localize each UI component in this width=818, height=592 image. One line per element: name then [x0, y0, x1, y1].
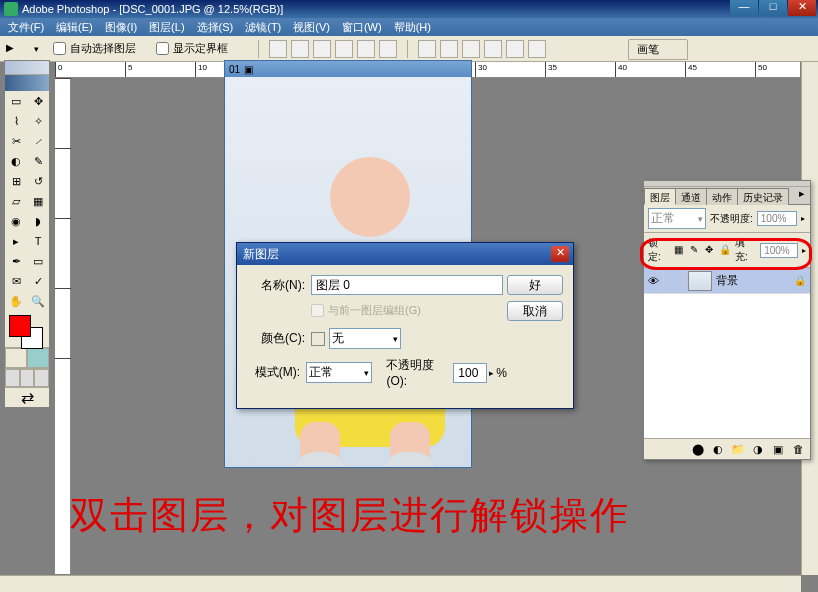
distribute-icon[interactable]: [528, 40, 546, 58]
lasso-tool-icon[interactable]: ⌇: [5, 111, 27, 131]
distribute-icon[interactable]: [484, 40, 502, 58]
tab-history[interactable]: 历史记录: [737, 188, 789, 205]
scrollbar-horizontal[interactable]: [0, 575, 801, 592]
menu-image[interactable]: 图像(I): [99, 18, 143, 37]
tab-channels[interactable]: 通道: [675, 188, 707, 205]
pen-tool-icon[interactable]: ✒: [5, 251, 27, 271]
fill-value[interactable]: 100%: [760, 243, 798, 258]
adjustment-layer-icon[interactable]: ◑: [750, 442, 766, 458]
opacity-label: 不透明度:: [710, 212, 753, 226]
brush-tool-icon[interactable]: ✎: [27, 151, 49, 171]
eyedropper-tool-icon[interactable]: ✓: [27, 271, 49, 291]
layer-name-label: 背景: [716, 273, 794, 288]
color-swatches: [5, 311, 49, 347]
lock-pixels-icon[interactable]: ✎: [688, 244, 699, 256]
jump-to-imageready-icon[interactable]: ⇄: [5, 387, 49, 407]
layer-set-icon[interactable]: 📁: [730, 442, 746, 458]
close-button[interactable]: ✕: [788, 0, 816, 16]
slice-tool-icon[interactable]: ⟋: [27, 131, 49, 151]
history-brush-tool-icon[interactable]: ↺: [27, 171, 49, 191]
shape-tool-icon[interactable]: ▭: [27, 251, 49, 271]
path-selection-tool-icon[interactable]: ▸: [5, 231, 27, 251]
new-layer-icon[interactable]: ▣: [770, 442, 786, 458]
menu-filter[interactable]: 滤镜(T): [239, 18, 287, 37]
blend-mode-select[interactable]: 正常: [648, 208, 706, 229]
clone-stamp-tool-icon[interactable]: ⊞: [5, 171, 27, 191]
align-icon[interactable]: [335, 40, 353, 58]
distribute-icon[interactable]: [506, 40, 524, 58]
distribute-icon[interactable]: [440, 40, 458, 58]
screen-mode-icon[interactable]: [20, 369, 35, 387]
gradient-tool-icon[interactable]: ▦: [27, 191, 49, 211]
layer-effects-icon[interactable]: ⬤: [690, 442, 706, 458]
lock-transparent-icon[interactable]: ▦: [673, 244, 684, 256]
link-column[interactable]: [664, 268, 684, 293]
blur-tool-icon[interactable]: ◉: [5, 211, 27, 231]
notes-tool-icon[interactable]: ✉: [5, 271, 27, 291]
visibility-icon[interactable]: 👁: [644, 268, 664, 293]
color-select[interactable]: 无: [329, 328, 401, 349]
toolbox-logo: [5, 75, 49, 91]
lock-all-icon[interactable]: 🔒: [719, 244, 731, 256]
layer-thumbnail[interactable]: [688, 271, 712, 291]
hand-tool-icon[interactable]: ✋: [5, 291, 27, 311]
menu-layer[interactable]: 图层(L): [143, 18, 190, 37]
menu-help[interactable]: 帮助(H): [388, 18, 437, 37]
fill-label: 填充:: [735, 236, 756, 264]
type-tool-icon[interactable]: T: [27, 231, 49, 251]
new-layer-dialog: 新图层 ✕ 名称(N): 与前一图层编组(G) 颜色(C): 无: [236, 242, 574, 409]
distribute-icon[interactable]: [418, 40, 436, 58]
maximize-button[interactable]: □: [759, 0, 787, 16]
document-titlebar[interactable]: 01 ▣: [225, 61, 471, 77]
name-input[interactable]: [311, 275, 503, 295]
ok-button[interactable]: 好: [507, 275, 563, 295]
move-tool-icon[interactable]: ✥: [27, 91, 49, 111]
align-icon[interactable]: [357, 40, 375, 58]
dodge-tool-icon[interactable]: ◗: [27, 211, 49, 231]
opacity-input[interactable]: [453, 363, 487, 383]
healing-brush-tool-icon[interactable]: ◐: [5, 151, 27, 171]
minimize-button[interactable]: —: [730, 0, 758, 16]
app-icon: [4, 2, 18, 16]
crop-tool-icon[interactable]: ✂: [5, 131, 27, 151]
distribute-icon[interactable]: [462, 40, 480, 58]
cancel-button[interactable]: 取消: [507, 301, 563, 321]
dialog-close-button[interactable]: ✕: [551, 246, 569, 262]
standard-mode-icon[interactable]: [5, 348, 27, 368]
brush-panel-tab[interactable]: 画笔: [628, 39, 688, 60]
tab-actions[interactable]: 动作: [706, 188, 738, 205]
menu-window[interactable]: 窗口(W): [336, 18, 388, 37]
eraser-tool-icon[interactable]: ▱: [5, 191, 27, 211]
align-icon[interactable]: [291, 40, 309, 58]
tab-layers[interactable]: 图层: [644, 188, 676, 205]
menu-select[interactable]: 选择(S): [191, 18, 240, 37]
panel-menu-icon[interactable]: ▸: [794, 187, 810, 204]
toolbox: ▭ ✥ ⌇ ✧ ✂ ⟋ ◐ ✎ ⊞ ↺ ▱ ▦ ◉ ◗ ▸ T ✒ ▭ ✉ ✓ …: [4, 60, 50, 408]
foreground-color-swatch[interactable]: [9, 315, 31, 337]
align-icon[interactable]: [379, 40, 397, 58]
menu-view[interactable]: 视图(V): [287, 18, 336, 37]
screen-mode-icon[interactable]: [5, 369, 20, 387]
zoom-tool-icon[interactable]: 🔍: [27, 291, 49, 311]
layer-mask-icon[interactable]: ◐: [710, 442, 726, 458]
dialog-titlebar[interactable]: 新图层 ✕: [237, 243, 573, 265]
delete-layer-icon[interactable]: 🗑: [790, 442, 806, 458]
screen-mode-icon[interactable]: [34, 369, 49, 387]
mode-select[interactable]: 正常: [306, 362, 372, 383]
auto-select-layer-checkbox[interactable]: 自动选择图层: [53, 41, 136, 56]
doc-title: [DSC_0001.JPG @ 12.5%(RGB)]: [119, 3, 283, 15]
layer-row-background[interactable]: 👁 背景 🔒: [644, 268, 810, 294]
quickmask-mode-icon[interactable]: [27, 348, 49, 368]
align-icon[interactable]: [313, 40, 331, 58]
magic-wand-tool-icon[interactable]: ✧: [27, 111, 49, 131]
menu-bar: 文件(F) 编辑(E) 图像(I) 图层(L) 选择(S) 滤镜(T) 视图(V…: [0, 18, 818, 36]
show-bounding-box-checkbox[interactable]: 显示定界框: [156, 41, 228, 56]
menu-file[interactable]: 文件(F): [2, 18, 50, 37]
layer-list: 👁 背景 🔒: [644, 268, 810, 438]
align-icon[interactable]: [269, 40, 287, 58]
group-prev-checkbox: [311, 304, 324, 317]
menu-edit[interactable]: 编辑(E): [50, 18, 99, 37]
lock-position-icon[interactable]: ✥: [704, 244, 715, 256]
marquee-tool-icon[interactable]: ▭: [5, 91, 27, 111]
opacity-value[interactable]: 100%: [757, 211, 797, 226]
